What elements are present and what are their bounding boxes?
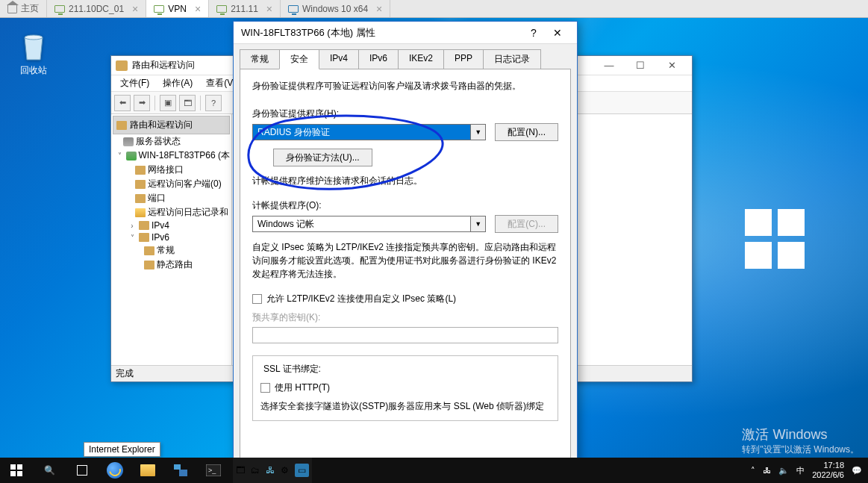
app-icon: [116, 60, 128, 71]
vm-tab-vpn[interactable]: VPN×: [146, 0, 209, 17]
psk-input: [252, 327, 558, 343]
tree-ra-clients[interactable]: 远程访问客户端(0): [113, 177, 230, 191]
recycle-bin[interactable]: 回收站: [11, 30, 56, 77]
svg-rect-5: [174, 464, 181, 470]
search-button[interactable]: 🔍: [33, 458, 66, 483]
tree-server[interactable]: ˅WIN-18FLT83TP66 (本: [113, 149, 230, 163]
acct-provider-label: 计帐提供程序(O):: [252, 199, 558, 212]
use-http-checkbox[interactable]: 使用 HTTP(T): [260, 381, 550, 394]
activate-watermark: 激活 Windows 转到"设置"以激活 Windows。: [742, 426, 859, 456]
tab-general[interactable]: 常规: [240, 49, 280, 69]
tab-ipv4[interactable]: IPv4: [319, 49, 359, 69]
svg-point-0: [25, 35, 43, 40]
psk-label: 预共享的密钥(K):: [252, 311, 558, 324]
tree-ports[interactable]: 端口: [113, 191, 230, 205]
notifications-icon[interactable]: 💬: [852, 466, 862, 476]
tree-ipv6-static[interactable]: 静态路由: [113, 258, 230, 272]
tree-ipv6[interactable]: ˅IPv6: [113, 231, 230, 243]
app-icon[interactable]: 🗔: [236, 465, 245, 476]
auth-provider-combo[interactable]: RADIUS 身份验证 ▼: [252, 124, 486, 140]
tab-ppp[interactable]: PPP: [443, 49, 484, 69]
close-button[interactable]: ✕: [546, 22, 569, 43]
tab-security[interactable]: 安全: [279, 49, 319, 69]
ssl-note: 选择安全套接字隧道协议(SSTP)服务器应用来与 SSL (Web 侦听器)绑定: [260, 400, 550, 413]
start-button[interactable]: [0, 458, 33, 483]
monitor-icon: [154, 5, 164, 13]
minimize-button[interactable]: —: [593, 57, 625, 75]
tray-up-icon[interactable]: ˄: [751, 466, 755, 476]
auth-methods-button[interactable]: 身份验证方法(U)...: [273, 149, 372, 166]
acct-desc: 计帐提供程序维护连接请求和会话的日志。: [252, 174, 558, 187]
task-view-button[interactable]: [66, 458, 99, 483]
monitor-icon: [216, 5, 227, 13]
server-manager-button[interactable]: [164, 458, 197, 483]
svg-rect-2: [17, 464, 22, 470]
chevron-down-icon[interactable]: ▼: [471, 216, 486, 232]
app-icon[interactable]: ▭: [295, 464, 309, 477]
clock[interactable]: 17:18 2022/6/6: [812, 461, 844, 480]
monitor-icon: [288, 5, 299, 13]
explorer-button[interactable]: [131, 458, 164, 483]
close-icon[interactable]: ×: [376, 3, 382, 15]
vm-tab-dc[interactable]: 211.10DC_01×: [47, 0, 146, 17]
taskbar: 🔍 >_ 🗔 🗂 🖧 ⚙ ▭ ˄ 🖧 🔈 中 17:18 2022/6/6 💬: [0, 458, 868, 483]
ipsec-checkbox[interactable]: 允许 L2TP/IKEv2 连接使用自定义 IPsec 策略(L): [252, 293, 558, 305]
tab-strip: 常规 安全 IPv4 IPv6 IKEv2 PPP 日志记录: [234, 44, 577, 69]
vm-tab-bar: 主页 211.10DC_01× VPN× 211.11× Windows 10 …: [0, 0, 868, 18]
back-button[interactable]: ⬅: [114, 95, 131, 111]
ssl-group: SSL 证书绑定: 使用 HTTP(T) 选择安全套接字隧道协议(SSTP)服务…: [252, 355, 558, 421]
vm-tab-211[interactable]: 211.11×: [209, 0, 281, 17]
configure-acct-button: 配置(C)...: [495, 215, 558, 233]
windows-logo: [745, 209, 805, 269]
tree-ipv6-general[interactable]: 常规: [113, 243, 230, 258]
help-button[interactable]: ?: [522, 22, 546, 43]
refresh-button[interactable]: 🗔: [179, 95, 196, 111]
checkbox-icon: [252, 294, 262, 304]
forward-button[interactable]: ➡: [134, 95, 150, 111]
chevron-down-icon[interactable]: ▼: [471, 124, 486, 140]
app-icon[interactable]: ⚙: [281, 465, 289, 476]
configure-auth-button[interactable]: 配置(N)...: [495, 123, 558, 141]
vm-tab-win10[interactable]: Windows 10 x64×: [281, 0, 390, 17]
close-icon[interactable]: ×: [266, 3, 272, 15]
home-icon: [7, 4, 17, 13]
svg-rect-6: [179, 470, 187, 476]
volume-icon[interactable]: 🔈: [778, 466, 789, 476]
tree-server-status[interactable]: 服务器状态: [113, 134, 230, 149]
help-button[interactable]: ?: [205, 95, 222, 111]
tab-ikev2[interactable]: IKEv2: [398, 49, 444, 69]
ie-button[interactable]: [99, 458, 131, 483]
tree-root[interactable]: 路由和远程访问: [113, 116, 230, 134]
monitor-icon: [54, 5, 65, 13]
ipsec-note: 自定义 IPsec 策略为 L2TP/IKEv2 连接指定预共享的密钥。应启动路…: [252, 240, 558, 281]
auth-provider-label: 身份验证提供程序(H):: [252, 107, 558, 120]
ie-tooltip: Internet Explorer: [84, 442, 160, 457]
network-icon[interactable]: 🖧: [763, 466, 771, 475]
app-icon[interactable]: 🖧: [266, 465, 275, 476]
menu-action[interactable]: 操作(A): [157, 75, 199, 91]
tree-pane: 路由和远程访问 服务器状态 ˅WIN-18FLT83TP66 (本 网络接口 远…: [111, 114, 232, 365]
maximize-button[interactable]: ☐: [625, 57, 656, 75]
ime-icon[interactable]: 中: [796, 465, 805, 476]
tree-ipv4[interactable]: ›IPv4: [113, 219, 230, 231]
acct-provider-combo[interactable]: Windows 记帐 ▼: [252, 216, 486, 232]
close-icon[interactable]: ×: [195, 3, 201, 15]
close-button[interactable]: ✕: [656, 57, 687, 75]
tab-log[interactable]: 日志记录: [483, 49, 541, 69]
dialog-title: WIN-18FLT83TP66 (本地) 属性: [241, 26, 375, 40]
running-apps: 🗔 🗂 🖧 ⚙ ▭: [233, 458, 312, 483]
app-icon[interactable]: 🗂: [251, 465, 260, 476]
svg-text:>_: >_: [208, 467, 216, 474]
cmd-button[interactable]: >_: [197, 458, 230, 483]
tree-netif[interactable]: 网络接口: [113, 163, 230, 177]
menu-file[interactable]: 文件(F): [114, 75, 155, 91]
vm-tab-home[interactable]: 主页: [0, 0, 47, 17]
tree-ra-log[interactable]: 远程访问日志记录和: [113, 205, 230, 219]
close-icon[interactable]: ×: [132, 3, 138, 15]
tab-ipv6[interactable]: IPv6: [358, 49, 399, 69]
folder-icon: [140, 464, 155, 476]
up-button[interactable]: ▣: [160, 95, 176, 111]
svg-rect-1: [10, 464, 16, 470]
dialog-titlebar[interactable]: WIN-18FLT83TP66 (本地) 属性 ? ✕: [234, 22, 577, 44]
checkbox-icon: [260, 383, 270, 393]
